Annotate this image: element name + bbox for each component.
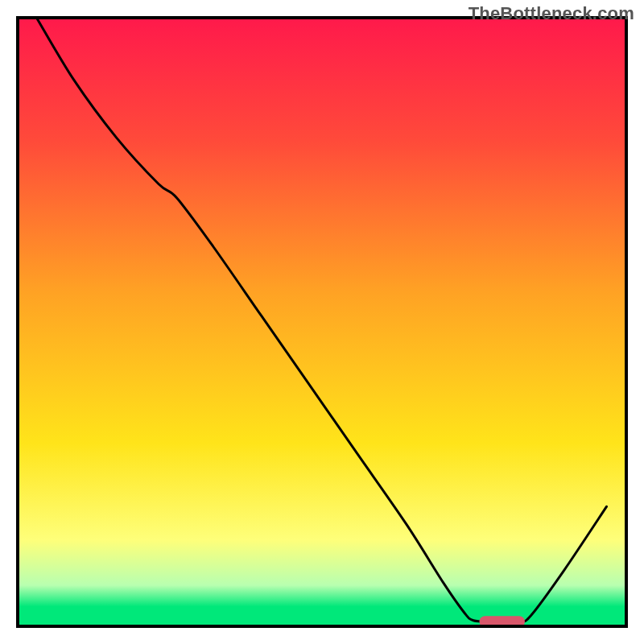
watermark-text: TheBottleneck.com — [469, 3, 634, 24]
bottleneck-chart — [0, 0, 644, 644]
chart-container: TheBottleneck.com — [0, 0, 644, 644]
chart-background — [19, 19, 625, 625]
